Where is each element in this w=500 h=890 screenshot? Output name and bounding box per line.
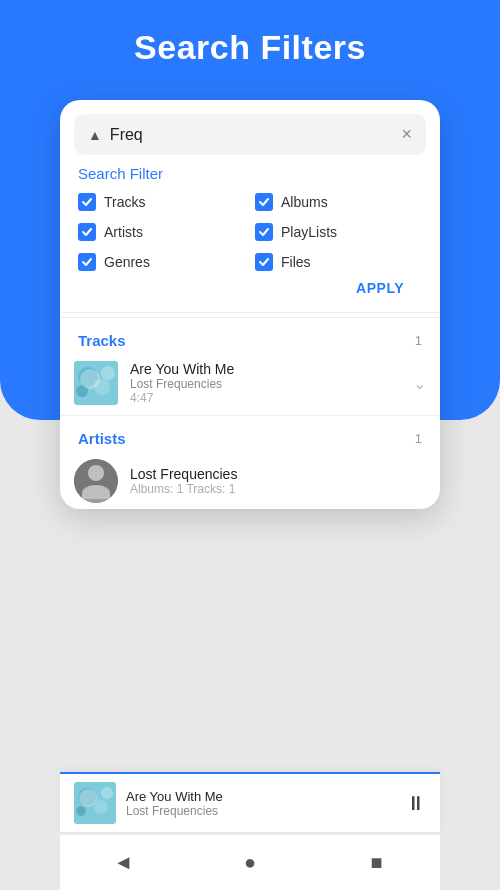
checkbox-files[interactable] xyxy=(255,253,273,271)
filter-label-tracks: Tracks xyxy=(104,194,145,210)
divider-1 xyxy=(60,317,440,318)
filter-item-artists[interactable]: Artists xyxy=(78,220,245,244)
svg-point-1 xyxy=(78,367,98,387)
checkbox-albums[interactable] xyxy=(255,193,273,211)
filter-item-tracks[interactable]: Tracks xyxy=(78,190,245,214)
artist-row[interactable]: Lost Frequencies Albums: 1 Tracks: 1 xyxy=(60,453,440,509)
tracks-section-header: Tracks 1 xyxy=(60,322,440,355)
svg-point-7 xyxy=(82,485,110,503)
stop-button[interactable]: ■ xyxy=(357,843,397,883)
artists-section-title: Artists xyxy=(78,430,126,447)
divider-2 xyxy=(60,415,440,416)
checkbox-playlists[interactable] xyxy=(255,223,273,241)
search-bar[interactable]: ▲ Freq × xyxy=(74,114,426,155)
filter-item-playlists[interactable]: PlayLists xyxy=(255,220,422,244)
now-playing-bar: Are You With Me Lost Frequencies ⏸ xyxy=(60,772,440,832)
pause-button[interactable]: ⏸ xyxy=(406,792,426,815)
tracks-section-count: 1 xyxy=(415,333,422,348)
filter-title: Search Filter xyxy=(78,165,422,182)
track-name: Are You With Me xyxy=(130,361,401,377)
svg-point-2 xyxy=(94,379,110,395)
track-thumbnail xyxy=(74,361,118,405)
filter-label-albums: Albums xyxy=(281,194,328,210)
track-row[interactable]: Are You With Me Lost Frequencies 4:47 ⌄ xyxy=(60,355,440,411)
filter-label-files: Files xyxy=(281,254,311,270)
svg-point-9 xyxy=(78,788,96,806)
close-icon[interactable]: × xyxy=(401,124,412,145)
checkbox-artists[interactable] xyxy=(78,223,96,241)
svg-point-3 xyxy=(76,385,88,397)
filter-label-genres: Genres xyxy=(104,254,150,270)
svg-point-12 xyxy=(101,787,113,799)
back-button[interactable]: ◄ xyxy=(103,843,143,883)
artist-meta: Albums: 1 Tracks: 1 xyxy=(130,482,237,496)
chevron-up-icon: ▲ xyxy=(88,127,102,143)
now-playing-thumbnail xyxy=(74,782,116,824)
search-query: Freq xyxy=(110,126,394,144)
expand-icon[interactable]: ⌄ xyxy=(413,374,426,393)
tracks-section-title: Tracks xyxy=(78,332,126,349)
track-info: Are You With Me Lost Frequencies 4:47 xyxy=(130,361,401,405)
svg-point-6 xyxy=(88,465,104,481)
artist-info: Lost Frequencies Albums: 1 Tracks: 1 xyxy=(130,466,237,496)
track-duration: 4:47 xyxy=(130,391,401,405)
now-playing-artist: Lost Frequencies xyxy=(126,804,396,818)
artist-thumbnail xyxy=(74,459,118,503)
checkbox-tracks[interactable] xyxy=(78,193,96,211)
now-playing-info: Are You With Me Lost Frequencies xyxy=(126,789,396,818)
checkbox-genres[interactable] xyxy=(78,253,96,271)
main-card: ▲ Freq × Search Filter Tracks Albums xyxy=(60,100,440,509)
bottom-nav: ◄ ● ■ xyxy=(60,834,440,890)
artists-section-header: Artists 1 xyxy=(60,420,440,453)
filter-label-artists: Artists xyxy=(104,224,143,240)
filter-item-albums[interactable]: Albums xyxy=(255,190,422,214)
filter-grid: Tracks Albums Artists PlayLists xyxy=(78,190,422,274)
filter-section: Search Filter Tracks Albums Artists xyxy=(60,155,440,313)
home-button[interactable]: ● xyxy=(230,843,270,883)
now-playing-title: Are You With Me xyxy=(126,789,396,804)
filter-item-files[interactable]: Files xyxy=(255,250,422,274)
svg-point-11 xyxy=(76,806,86,816)
filter-label-playlists: PlayLists xyxy=(281,224,337,240)
page-title: Search Filters xyxy=(0,28,500,67)
svg-point-4 xyxy=(101,366,115,380)
apply-button[interactable]: APPLY xyxy=(356,280,404,296)
artist-name: Lost Frequencies xyxy=(130,466,237,482)
track-artist: Lost Frequencies xyxy=(130,377,401,391)
filter-item-genres[interactable]: Genres xyxy=(78,250,245,274)
apply-row: APPLY xyxy=(78,274,422,306)
artists-section-count: 1 xyxy=(415,431,422,446)
svg-point-10 xyxy=(94,800,108,814)
